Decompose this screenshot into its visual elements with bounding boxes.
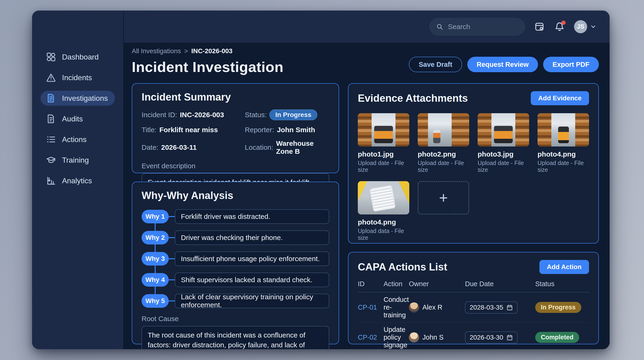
capa-card: CAPA Actions List Add Action IDAction Ow…	[348, 252, 599, 344]
search-input[interactable]	[448, 23, 518, 31]
evidence-meta: Upload data - File size	[358, 228, 409, 241]
graduation-cap-icon	[46, 155, 56, 165]
event-description-label: Event description	[142, 162, 329, 170]
evidence-card: Evidence Attachments Add Evidence photo1…	[348, 83, 599, 244]
panel-button[interactable]	[534, 21, 545, 32]
evidence-filename: photo2.png	[418, 150, 469, 158]
topbar: JS	[124, 11, 610, 43]
why-row-4: Why 4 Shift supervisors lacked a standar…	[142, 273, 329, 287]
sidebar-item-label: Audits	[62, 115, 83, 123]
user-menu[interactable]: JS	[574, 20, 596, 33]
evidence-meta: Upload date - File size	[418, 160, 469, 173]
evidence-filename: photo4.png	[538, 150, 589, 158]
audit-document-icon	[46, 114, 56, 124]
breadcrumb-current: INC-2026-003	[191, 47, 232, 55]
sidebar-item-investigations[interactable]: Investigations	[40, 91, 115, 106]
why-chip: Why 4	[142, 273, 169, 287]
incident-summary-card: Incident Summary Incident ID:INC-2026-00…	[132, 83, 339, 173]
notification-dot	[562, 21, 566, 25]
sidebar-item-incidents[interactable]: Incidents	[40, 70, 115, 85]
capa-table-header: IDAction OwnerDue Date Status	[358, 280, 589, 292]
why-input[interactable]: Insufficient phone usage policy enforcem…	[175, 252, 329, 266]
action-text: Conduct re-training	[384, 296, 409, 319]
why-input[interactable]: Forklift driver was distracted.	[175, 209, 329, 224]
request-review-button[interactable]: Request Review	[467, 57, 538, 72]
due-date-input[interactable]: 2026-03-30	[465, 331, 518, 343]
evidence-title: Evidence Attachments	[358, 92, 468, 104]
sidebar-item-dashboard[interactable]: Dashboard	[40, 50, 115, 64]
save-draft-button[interactable]: Save Draft	[409, 57, 462, 72]
field-date: Date:2026-03-11	[142, 139, 245, 155]
evidence-filename: photo1.jpg	[358, 150, 409, 158]
why-row-3: Why 3 Insufficient phone usage policy en…	[142, 252, 329, 266]
why-chip: Why 5	[142, 294, 169, 308]
why-input[interactable]: Driver was checking their phone.	[175, 230, 329, 245]
capa-table: IDAction OwnerDue Date Status CP-01 Cond…	[358, 280, 589, 349]
sidebar-item-label: Actions	[62, 135, 86, 144]
add-evidence-button[interactable]: Add Evidence	[531, 91, 589, 105]
breadcrumb-separator: >	[184, 47, 188, 55]
why-row-5: Why 5 Lack of clear supervisory training…	[142, 294, 329, 308]
search-box[interactable]	[430, 18, 525, 35]
calendar-icon	[506, 304, 513, 311]
notifications-button[interactable]	[554, 21, 565, 32]
document-icon	[46, 93, 56, 103]
search-icon	[436, 23, 443, 31]
evidence-photo[interactable]	[358, 113, 409, 146]
root-cause-input[interactable]: The root cause of this incident was a co…	[142, 326, 329, 349]
evidence-filename: photo4.png	[358, 218, 409, 226]
evidence-photo[interactable]	[358, 181, 409, 215]
evidence-meta: Upload date - File size	[478, 160, 529, 173]
export-pdf-button[interactable]: Export PDF	[543, 57, 599, 72]
breadcrumb-parent[interactable]: All Investigations	[132, 47, 181, 55]
evidence-item: photo2.png Upload date - File size	[418, 113, 469, 173]
evidence-photo[interactable]	[418, 113, 469, 146]
dashboard-icon	[46, 52, 56, 62]
chevron-down-icon	[590, 24, 596, 30]
table-row: CP-02 Update policy signage John S 2026-…	[358, 322, 589, 349]
action-id: CP-02	[358, 333, 384, 341]
sidebar-item-label: Incidents	[62, 73, 92, 82]
owner-cell: Alex R	[409, 302, 465, 313]
evidence-item: photo4.png Upload data - File size	[358, 181, 409, 241]
why-chip: Why 3	[142, 252, 169, 266]
why-row-2: Why 2 Driver was checking their phone.	[142, 230, 329, 245]
due-date-input[interactable]: 2028-03-35	[465, 301, 518, 314]
owner-cell: John S	[409, 332, 465, 343]
field-location: Location:Warehouse Zone B	[245, 139, 329, 155]
why-why-card: Why-Why Analysis Why 1 Forklift driver w…	[132, 182, 339, 344]
status-badge: In Progress	[535, 302, 581, 313]
evidence-photo[interactable]	[538, 113, 589, 146]
sidebar-item-label: Training	[62, 156, 89, 164]
field-incident-id: Incident ID:INC-2026-003	[142, 109, 245, 120]
why-chip: Why 1	[142, 210, 169, 223]
why-why-title: Why-Why Analysis	[142, 190, 329, 201]
sidebar-item-audits[interactable]: Audits	[40, 111, 115, 126]
breadcrumb: All Investigations > INC-2026-003	[132, 47, 284, 55]
main-area: JS All Investigations > INC-2026-003 Inc…	[123, 11, 610, 349]
content: All Investigations > INC-2026-003 Incide…	[124, 43, 610, 349]
add-evidence-tile[interactable]: +	[418, 181, 469, 215]
why-row-1: Why 1 Forklift driver was distracted.	[142, 209, 329, 224]
add-action-button[interactable]: Add Action	[540, 260, 589, 274]
table-row: CP-01 Conduct re-training Alex R 2028-03…	[358, 292, 589, 322]
sidebar-item-label: Analytics	[62, 176, 92, 185]
sidebar-item-training[interactable]: Training	[40, 152, 115, 167]
warning-triangle-icon	[46, 73, 56, 83]
owner-avatar	[409, 332, 419, 343]
why-input[interactable]: Lack of clear supervisory training on po…	[175, 294, 329, 308]
app-window: Dashboard Incidents Investigations Audit…	[32, 11, 610, 349]
evidence-item: photo4.png Upload date - File size	[538, 113, 589, 173]
sidebar-item-analytics[interactable]: Analytics	[40, 173, 115, 188]
status-badge: In Progress	[269, 109, 317, 120]
avatar[interactable]: JS	[574, 20, 587, 33]
evidence-photo[interactable]	[478, 113, 529, 146]
evidence-filename: photo3.jpg	[478, 150, 529, 158]
sidebar-item-actions[interactable]: Actions	[40, 132, 115, 147]
plus-icon: +	[439, 189, 448, 207]
field-title: Title:Forklift near miss	[142, 126, 245, 134]
field-reporter: Reporter:John Smith	[245, 126, 329, 134]
field-status: Status:In Progress	[245, 109, 329, 120]
sidebar: Dashboard Incidents Investigations Audit…	[32, 11, 123, 349]
why-input[interactable]: Shift supervisors lacked a standard chec…	[175, 273, 329, 287]
